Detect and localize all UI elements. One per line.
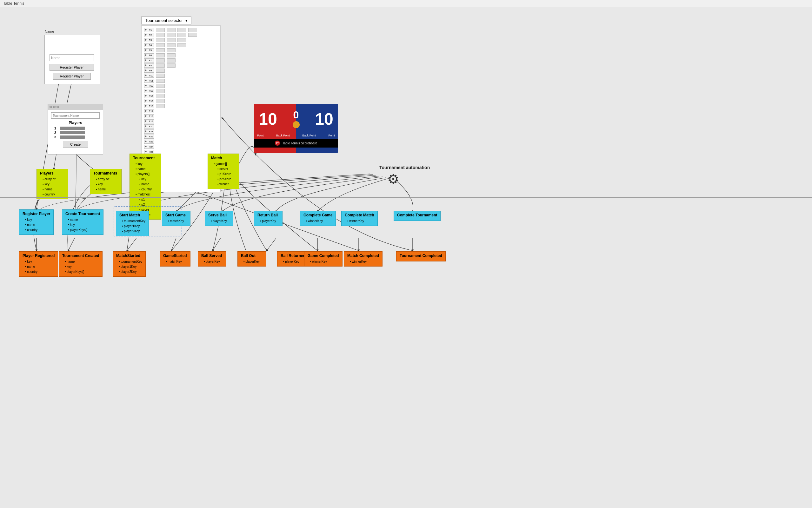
cmd-cm-winnerkey: winnerKey [347, 219, 374, 224]
cmd-create-tournament: Create Tournament name key playerKeys[] [62, 209, 104, 235]
event-pr-fields: key name country [25, 259, 54, 274]
mid-divider-2 [0, 245, 812, 245]
cmd-complete-match: Complete Match winnerKey [341, 211, 378, 226]
bracket-qf-8 [167, 64, 175, 68]
rp-register-btn-2[interactable]: Register Player [53, 73, 91, 80]
bracket-match-15 [156, 99, 165, 103]
cmd-return-ball: Return Ball playerKey [254, 211, 283, 226]
rp-name-input[interactable] [49, 54, 94, 61]
bracket-final [188, 28, 197, 37]
cmd-rb-playerkey: playerKey [260, 219, 279, 224]
m-games: games[] server p1Score p2Score winner [214, 162, 236, 187]
event-gc-winnerkey: winnerKey [310, 259, 339, 264]
cmd-sm-tkey: tournamentKey [122, 219, 146, 224]
tournaments-fields: array of: key name [96, 177, 118, 192]
cmd-sm-fields: tournamentKey player1Key player2Key [122, 219, 146, 234]
bracket-sf [177, 28, 186, 48]
gear-icon[interactable]: ⚙ [387, 171, 399, 187]
players-field-country: country [43, 192, 65, 197]
bracket-match-13 [156, 89, 165, 93]
event-player-registered: Player Registered key name country [19, 251, 58, 277]
cmd-rp-country: country [25, 227, 50, 232]
event-tc-players: playerKeys[] [65, 269, 99, 274]
event-gs-title: GameStarted [163, 254, 187, 258]
bracket-player-2: 🏳P2 [144, 33, 154, 37]
bracket-player-11: 🏳P11 [144, 79, 154, 83]
event-game-started: GameStarted matchKey [160, 251, 191, 266]
cmd-sg-fields: matchKey [168, 219, 187, 224]
event-tc-name: name [65, 259, 99, 264]
mid-divider-1 [0, 197, 812, 198]
cmd-start-match: Start Match tournamentKey player1Key pla… [116, 211, 149, 236]
scoreboard-footer: TT Table Tennis Scoreboard [254, 139, 338, 147]
rp-name-label: Name [45, 30, 54, 33]
event-gc-fields: winnerKey [310, 259, 339, 264]
tc-dot-1 [49, 105, 52, 108]
event-mc-fields: winnerKey [350, 259, 379, 264]
score-backpoint-btn-left[interactable]: Back Point [276, 134, 290, 137]
scoreboard: 10 0 10 Point Back Point Back Point Poin… [254, 104, 338, 153]
event-br-title: Ball Returned [281, 254, 306, 258]
scoreboard-scores: 10 0 10 [254, 104, 338, 132]
bracket-player-24: 🏳P24 [144, 145, 154, 149]
players-fields: array of: key name country [43, 177, 65, 197]
cmd-sm-title: Start Match [119, 213, 146, 217]
event-tc-title: Tournament Created [62, 254, 99, 258]
bracket-sf-3 [177, 38, 186, 42]
players-field-subtitle: array of: [43, 177, 65, 182]
bracket-qf-6 [167, 53, 175, 57]
event-ms-p2: player2Key [119, 269, 142, 274]
t-p-country: country [139, 187, 158, 192]
bracket-player-3: 🏳P3 [144, 38, 154, 42]
event-bs-title: Ball Served [201, 254, 223, 258]
bracket-sf-4 [177, 43, 186, 47]
tournament-selector-label: Tournament selector [146, 18, 183, 23]
tc-dot-2 [53, 105, 55, 108]
bracket-player-6: 🏳P6 [144, 53, 154, 57]
score-point-btn-left[interactable]: Point [257, 134, 264, 137]
scoreboard-buttons: Point Back Point Back Point Point [254, 134, 338, 137]
match-fields: games[] server p1Score p2Score winner [214, 162, 236, 187]
cmd-cm-title: Complete Match [345, 213, 374, 217]
cmd-rb-title: Return Ball [257, 213, 279, 217]
event-pr-country: country [25, 269, 54, 274]
tournament-selector-dropdown[interactable]: Tournament selector ▾ [141, 16, 192, 25]
bracket-match-1 [156, 28, 165, 32]
event-bo-playerkey: playerKey [243, 259, 262, 264]
score-backpoint-btn-right[interactable]: Back Point [302, 134, 316, 137]
tc-list-bar-3 [60, 135, 85, 139]
bracket-player-1: 🏳P1 [144, 28, 154, 32]
event-match-completed: Match Completed winnerKey [344, 251, 382, 266]
t-name: name [135, 167, 158, 172]
rp-register-btn-1[interactable]: Register Player [49, 64, 94, 71]
tournaments-field-name: name [96, 187, 118, 192]
bracket-match-2 [156, 33, 165, 37]
bracket-player-8: 🏳P8 [144, 64, 154, 68]
cmd-sm-p2: player2Key [122, 229, 146, 234]
tc-list-item-1: 1 [54, 126, 103, 130]
cmd-ct-players: playerKeys[] [68, 227, 100, 232]
score-mid: 0 [293, 110, 299, 120]
players-field-name: name [43, 187, 65, 192]
score-separator: 0 [293, 110, 300, 128]
match-data-box: Match games[] server p1Score p2Score win… [208, 154, 239, 189]
tc-list-bar-1 [60, 127, 85, 130]
cmd-complete-game: Complete Game winnerKey [300, 211, 336, 226]
bracket-match-14 [156, 94, 165, 98]
event-bo-fields: playerKey [243, 259, 262, 264]
tc-window-controls [49, 105, 59, 108]
bracket-player-19: 🏳P19 [144, 119, 154, 123]
tc-create-btn[interactable]: Create [63, 141, 88, 148]
tc-name-input[interactable] [51, 112, 100, 119]
register-player-ui: Name Register Player Register Player [44, 35, 100, 84]
event-ms-title: MatchStarted [116, 254, 142, 258]
cmd-ct-fields: name key playerKeys[] [68, 217, 100, 232]
tournaments-field-key: key [96, 182, 118, 187]
t-m-p1: p1 [139, 197, 158, 202]
score-point-btn-right[interactable]: Point [328, 134, 335, 137]
bracket-player-14: 🏳P14 [144, 94, 154, 98]
tournaments-title: Tournaments [93, 171, 118, 175]
players-data-box: Players array of: key name country [37, 169, 68, 199]
tc-players-label: Players [48, 121, 103, 125]
tt-logo: TT [275, 140, 280, 145]
